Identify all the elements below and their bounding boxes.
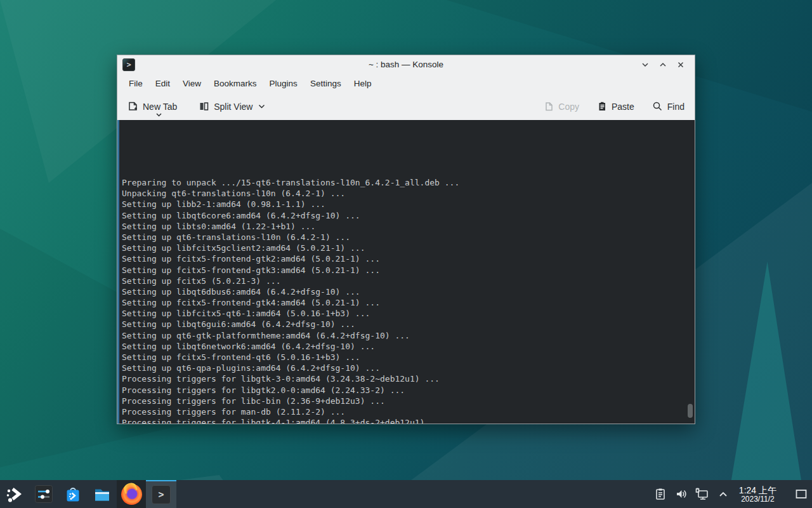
terminal-line: Setting up libfcitx5gclient2:amd64 (5.0.…: [122, 243, 686, 253]
toolbar-right-group: Copy Paste Find: [544, 101, 684, 112]
split-view-icon: [199, 101, 209, 112]
copy-button[interactable]: Copy: [544, 101, 579, 112]
paste-label: Paste: [612, 102, 634, 112]
find-label: Find: [667, 102, 684, 112]
find-button[interactable]: Find: [652, 101, 684, 112]
menu-item[interactable]: File: [122, 76, 149, 91]
menu-item[interactable]: View: [176, 76, 207, 91]
system-settings-button[interactable]: [29, 480, 58, 508]
terminal-line: Setting up libfcitx5-qt6-1:amd64 (5.0.16…: [122, 308, 686, 319]
system-settings-icon: [34, 485, 53, 504]
new-tab-icon: [128, 101, 138, 112]
chevron-down-icon: [258, 104, 265, 109]
firefox-icon: [121, 484, 142, 505]
system-tray: [652, 480, 731, 508]
terminal-line: Preparing to unpack .../15-qt6-translati…: [122, 177, 686, 188]
discover-icon: [63, 485, 82, 504]
terminal-focus-strip: [117, 120, 119, 424]
app-launcher-button[interactable]: [0, 480, 29, 508]
show-desktop-icon: [795, 488, 808, 500]
toolbar-left-group: New Tab Split View: [128, 101, 265, 112]
terminal-view[interactable]: Preparing to unpack .../15-qt6-translati…: [117, 120, 695, 424]
discover-button[interactable]: [58, 480, 88, 508]
taskbar: >: [0, 480, 812, 508]
close-button[interactable]: [674, 58, 687, 71]
menu-item[interactable]: Edit: [149, 76, 176, 91]
file-manager-icon: [93, 485, 112, 504]
app-launcher-icon: [5, 485, 24, 504]
terminal-line: Processing triggers for man-db (2.11.2-2…: [122, 406, 686, 417]
terminal-line: Setting up libqt6gui6:amd64 (6.4.2+dfsg-…: [122, 319, 686, 330]
file-manager-button[interactable]: [88, 480, 117, 508]
menu-item[interactable]: Help: [348, 76, 378, 91]
network-tray-button[interactable]: [694, 485, 710, 504]
terminal-line: Processing triggers for libc-bin (2.36-9…: [122, 396, 686, 406]
terminal-line: Setting up fcitx5-frontend-gtk4:amd64 (5…: [122, 297, 686, 308]
network-icon: [695, 487, 709, 501]
clock-widget[interactable]: 1:24 上午 2023/11/2: [734, 480, 782, 508]
terminal-line: Setting up fcitx5-frontend-qt6 (5.0.16-1…: [122, 352, 686, 363]
konsole-task-button[interactable]: >: [146, 480, 176, 508]
clipboard-icon: [653, 487, 667, 501]
terminal-line: Setting up libqt6core6:amd64 (6.4.2+dfsg…: [122, 210, 686, 221]
terminal-line: Setting up qt6-qpa-plugins:amd64 (6.4.2+…: [122, 363, 686, 373]
paste-icon: [597, 101, 607, 112]
new-tab-button[interactable]: New Tab: [128, 101, 177, 112]
menu-item[interactable]: Plugins: [263, 76, 304, 91]
terminal-line: Unpacking qt6-translations-l10n (6.4.2-1…: [122, 188, 686, 199]
clipboard-tray-button[interactable]: [652, 485, 669, 504]
terminal-line: Processing triggers for libgtk-4-1:amd64…: [122, 417, 686, 424]
split-view-button[interactable]: Split View: [199, 101, 265, 112]
terminal-line: Setting up fcitx5 (5.0.21-3) ...: [122, 276, 686, 286]
clock-time: 1:24 上午: [739, 485, 776, 495]
terminal-output: Preparing to unpack .../15-qt6-translati…: [122, 144, 686, 424]
terminal-line: Setting up libb2-1:amd64 (0.98.1-1.1) ..…: [122, 199, 686, 210]
new-tab-label: New Tab: [143, 102, 177, 112]
search-icon: [652, 101, 663, 112]
chevron-up-icon: [717, 488, 730, 500]
volume-icon: [674, 487, 688, 501]
volume-tray-button[interactable]: [673, 485, 690, 504]
toolbar: New Tab Split View Copy: [117, 93, 695, 120]
window-controls: [639, 58, 695, 71]
chevron-down-icon: [641, 60, 650, 69]
copy-label: Copy: [558, 102, 579, 112]
konsole-window: > ~ : bash — Konsole FileEditViewBookmar…: [117, 55, 695, 424]
split-view-label: Split View: [214, 102, 252, 112]
chevron-down-icon: [156, 113, 162, 117]
tray-expander-button[interactable]: [715, 485, 731, 504]
close-icon: [676, 60, 685, 69]
terminal-line: Setting up libqt6network6:amd64 (6.4.2+d…: [122, 341, 686, 352]
terminal-line: Setting up libqt6dbus6:amd64 (6.4.2+dfsg…: [122, 286, 686, 297]
menu-item[interactable]: Bookmarks: [207, 76, 263, 91]
terminal-content: Preparing to unpack .../15-qt6-translati…: [122, 123, 686, 424]
konsole-app-icon: >: [122, 58, 135, 71]
show-desktop-button[interactable]: [790, 480, 812, 508]
clock-date: 2023/11/2: [741, 495, 775, 504]
terminal-line: Setting up qt6-gtk-platformtheme:amd64 (…: [122, 330, 686, 341]
firefox-task-button[interactable]: [117, 480, 146, 508]
window-titlebar[interactable]: > ~ : bash — Konsole: [117, 55, 695, 74]
terminal-line: Setting up libts0:amd64 (1.22-1+b1) ...: [122, 221, 686, 232]
chevron-up-icon: [658, 60, 667, 69]
copy-icon: [544, 101, 554, 112]
terminal-line: Processing triggers for libgtk-3-0:amd64…: [122, 373, 686, 384]
scrollbar-thumb[interactable]: [688, 404, 693, 418]
menu-bar: FileEditViewBookmarksPluginsSettingsHelp: [117, 74, 695, 93]
terminal-line: Setting up fcitx5-frontend-gtk2:amd64 (5…: [122, 253, 686, 264]
paste-button[interactable]: Paste: [597, 101, 634, 112]
menu-item[interactable]: Settings: [304, 76, 348, 91]
konsole-icon: >: [152, 485, 171, 504]
terminal-line: Setting up qt6-translations-l10n (6.4.2-…: [122, 232, 686, 243]
maximize-button[interactable]: [657, 58, 669, 71]
window-title: ~ : bash — Konsole: [117, 60, 695, 69]
terminal-line: Processing triggers for libgtk2.0-0:amd6…: [122, 385, 686, 396]
minimize-button[interactable]: [639, 58, 652, 71]
terminal-line: Setting up fcitx5-frontend-gtk3:amd64 (5…: [122, 265, 686, 276]
